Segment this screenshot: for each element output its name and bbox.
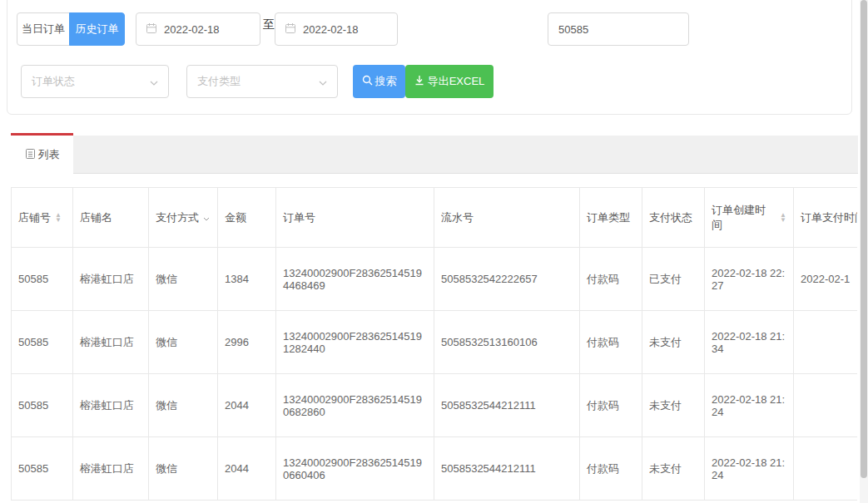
col-header-pay-method[interactable]: 支付方式 — [149, 188, 218, 248]
cell-paid-time — [794, 311, 858, 374]
order-status-select[interactable]: 订单状态 — [21, 65, 169, 98]
cell-pay-status: 未支付 — [642, 437, 705, 501]
table-row: 50585 榕港虹口店 微信 2996 13240002900F28362514… — [12, 311, 858, 374]
cell-pay-status: 已支付 — [642, 248, 705, 311]
search-button-label: 搜索 — [375, 74, 397, 89]
table-header-row: 店铺号 ▲▼ 店铺名 支付方式 金额 订单号 流水号 订单类型 — [12, 188, 858, 248]
cell-created-time: 2022-02-18 21:24 — [705, 437, 794, 501]
cell-order-number: 13240002900F283625145191282440 — [276, 311, 434, 374]
col-header-created-time[interactable]: 订单创建时间 ▲▼ — [705, 188, 794, 248]
cell-created-time: 2022-02-18 21:34 — [705, 311, 794, 374]
today-orders-tab-button[interactable]: 当日订单 — [17, 12, 70, 46]
col-header-paid-time: 订单支付时间 — [794, 188, 858, 248]
col-header-label: 支付方式 — [156, 210, 199, 225]
history-orders-label: 历史订单 — [76, 22, 119, 37]
cell-amount: 2044 — [218, 437, 276, 501]
cell-pay-method: 微信 — [149, 248, 218, 311]
table-row: 50585 榕港虹口店 微信 2044 13240002900F28362514… — [12, 437, 858, 501]
cell-paid-time: 2022-02-1 — [794, 248, 858, 311]
cell-store-name: 榕港虹口店 — [73, 437, 149, 501]
date-to-input[interactable]: 2022-02-18 — [275, 12, 398, 46]
cell-serial-number: 5058532544212111 — [434, 374, 580, 437]
filter-chevron-icon[interactable] — [203, 211, 210, 224]
date-from-input[interactable]: 2022-02-18 — [136, 12, 260, 46]
today-orders-label: 当日订单 — [22, 22, 65, 37]
cell-store-number: 50585 — [12, 248, 73, 311]
col-header-order-type: 订单类型 — [580, 188, 642, 248]
cell-store-number: 50585 — [12, 374, 73, 437]
calendar-icon — [285, 22, 296, 37]
col-header-label: 店铺号 — [18, 210, 51, 225]
chevron-down-icon — [319, 76, 327, 88]
date-from-value: 2022-02-18 — [164, 23, 220, 36]
col-header-store-number[interactable]: 店铺号 ▲▼ — [12, 188, 73, 248]
cell-order-type: 付款码 — [580, 248, 642, 311]
pay-type-placeholder: 支付类型 — [197, 74, 241, 89]
cell-serial-number: 5058532544212111 — [434, 437, 580, 501]
date-to-value: 2022-02-18 — [303, 23, 359, 36]
cell-pay-method: 微信 — [149, 374, 218, 437]
calendar-icon — [146, 22, 157, 37]
cell-paid-time — [794, 437, 858, 501]
tab-list-label: 列表 — [38, 147, 60, 162]
search-button[interactable]: 搜索 — [353, 65, 405, 98]
search-icon — [362, 75, 373, 88]
cell-order-number: 13240002900F283625145190682860 — [276, 374, 434, 437]
orders-table-container: 店铺号 ▲▼ 店铺名 支付方式 金额 订单号 流水号 订单类型 — [11, 187, 857, 503]
store-number-input[interactable] — [548, 12, 689, 46]
col-header-label: 订单创建时间 — [712, 203, 776, 233]
cell-amount: 2996 — [218, 311, 276, 374]
cell-pay-status: 未支付 — [642, 374, 705, 437]
chevron-down-icon — [150, 76, 158, 88]
cell-serial-number: 5058532542222657 — [434, 248, 580, 311]
orders-table: 店铺号 ▲▼ 店铺名 支付方式 金额 订单号 流水号 订单类型 — [11, 187, 857, 501]
download-icon — [414, 75, 424, 88]
tab-list[interactable]: 列表 — [11, 133, 73, 174]
col-header-serial-number: 流水号 — [434, 188, 580, 248]
cell-order-type: 付款码 — [580, 374, 642, 437]
cell-created-time: 2022-02-18 21:24 — [705, 374, 794, 437]
cell-order-type: 付款码 — [580, 437, 642, 501]
export-excel-button[interactable]: 导出EXCEL — [405, 65, 494, 98]
cell-store-name: 榕港虹口店 — [73, 248, 149, 311]
cell-created-time: 2022-02-18 22:27 — [705, 248, 794, 311]
pay-type-select[interactable]: 支付类型 — [186, 65, 338, 98]
col-header-order-number: 订单号 — [276, 188, 434, 248]
cell-order-number: 13240002900F283625145190660406 — [276, 437, 434, 501]
table-row: 50585 榕港虹口店 微信 1384 13240002900F28362514… — [12, 248, 858, 311]
table-row: 50585 榕港虹口店 微信 2044 13240002900F28362514… — [12, 374, 858, 437]
col-header-store-name: 店铺名 — [73, 188, 149, 248]
export-button-label: 导出EXCEL — [428, 74, 485, 89]
cell-store-name: 榕港虹口店 — [73, 374, 149, 437]
cell-amount: 1384 — [218, 248, 276, 311]
sort-icon[interactable]: ▲▼ — [780, 213, 786, 223]
history-orders-tab-button[interactable]: 历史订单 — [69, 12, 125, 46]
cell-pay-method: 微信 — [149, 437, 218, 501]
col-header-pay-status: 支付状态 — [642, 188, 705, 248]
cell-order-type: 付款码 — [580, 311, 642, 374]
list-tab-bar: 列表 — [11, 136, 858, 174]
cell-paid-time — [794, 374, 858, 437]
date-range-to-label: 至 — [263, 17, 275, 32]
cell-pay-status: 未支付 — [642, 311, 705, 374]
vertical-scrollbar[interactable] — [860, 0, 868, 503]
cell-store-number: 50585 — [12, 311, 73, 374]
cell-amount: 2044 — [218, 374, 276, 437]
cell-order-number: 13240002900F283625145194468469 — [276, 248, 434, 311]
order-status-placeholder: 订单状态 — [32, 74, 75, 89]
scrollbar-thumb[interactable] — [861, 0, 867, 478]
cell-pay-method: 微信 — [149, 311, 218, 374]
col-header-amount: 金额 — [218, 188, 276, 248]
cell-store-name: 榕港虹口店 — [73, 311, 149, 374]
list-icon — [25, 148, 36, 162]
cell-serial-number: 5058532513160106 — [434, 311, 580, 374]
cell-store-number: 50585 — [12, 437, 73, 501]
sort-icon[interactable]: ▲▼ — [55, 213, 62, 223]
